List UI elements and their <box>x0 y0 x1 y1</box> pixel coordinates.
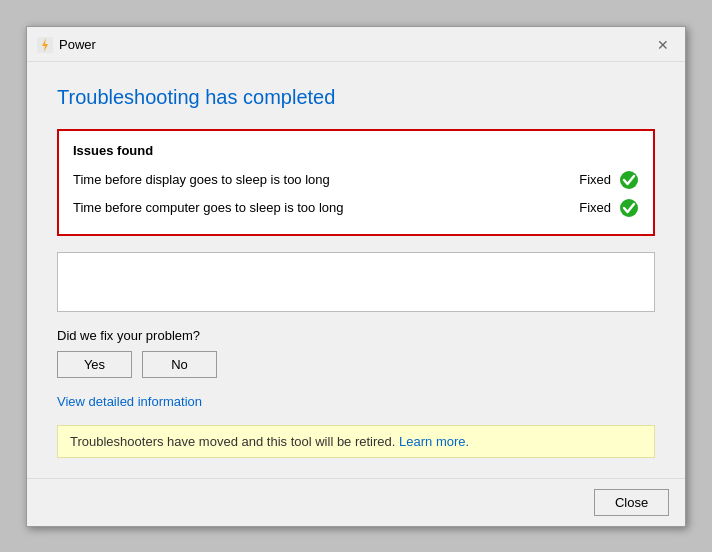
fix-question-text: Did we fix your problem? <box>57 328 655 343</box>
issues-box: Issues found Time before display goes to… <box>57 129 655 236</box>
fix-question-section: Did we fix your problem? Yes No <box>57 328 655 378</box>
issue-status-2: Fixed <box>561 200 611 215</box>
check-icon-1 <box>619 170 639 190</box>
yes-button[interactable]: Yes <box>57 351 132 378</box>
issue-text-2: Time before computer goes to sleep is to… <box>73 200 553 215</box>
description-box <box>57 252 655 312</box>
issue-status-1: Fixed <box>561 172 611 187</box>
view-detail-link[interactable]: View detailed information <box>57 394 655 409</box>
issues-header: Issues found <box>73 143 639 158</box>
title-bar: Power ✕ <box>27 27 685 62</box>
learn-more-link[interactable]: Learn more. <box>399 434 469 449</box>
no-button[interactable]: No <box>142 351 217 378</box>
banner-text: Troubleshooters have moved and this tool… <box>70 434 395 449</box>
page-title: Troubleshooting has completed <box>57 86 655 109</box>
content-area: Troubleshooting has completed Issues fou… <box>27 62 685 478</box>
svg-point-3 <box>620 199 638 217</box>
check-icon-2 <box>619 198 639 218</box>
footer: Close <box>27 478 685 526</box>
fix-buttons-row: Yes No <box>57 351 655 378</box>
issue-row-2: Time before computer goes to sleep is to… <box>73 194 639 222</box>
info-banner: Troubleshooters have moved and this tool… <box>57 425 655 458</box>
issue-row-1: Time before display goes to sleep is too… <box>73 166 639 194</box>
power-icon <box>37 37 53 53</box>
issue-text-1: Time before display goes to sleep is too… <box>73 172 553 187</box>
footer-close-button[interactable]: Close <box>594 489 669 516</box>
window-title: Power <box>59 37 96 52</box>
svg-point-2 <box>620 171 638 189</box>
main-window: Power ✕ Troubleshooting has completed Is… <box>26 26 686 527</box>
title-bar-left: Power <box>37 37 96 53</box>
close-icon-button[interactable]: ✕ <box>653 35 673 55</box>
